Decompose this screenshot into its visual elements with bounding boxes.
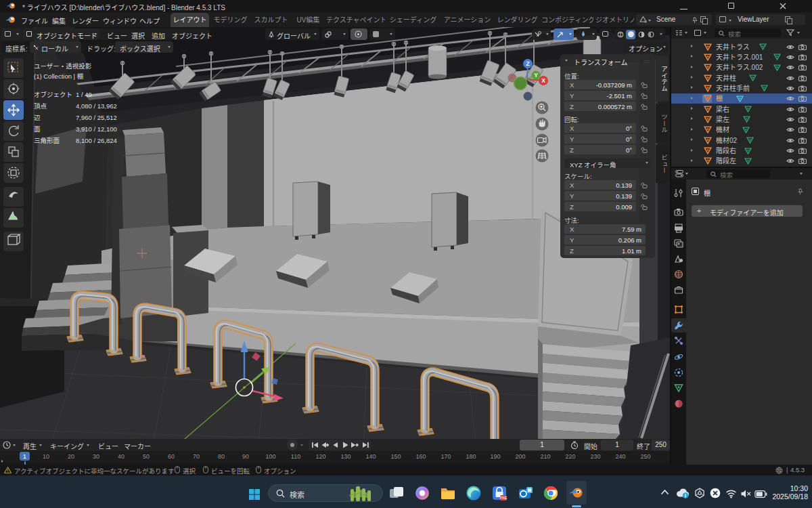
svg-text:X: X: [541, 77, 545, 84]
svg-text:Z: Z: [526, 60, 529, 67]
svg-text:PRE: PRE: [500, 496, 508, 500]
svg-text:Y: Y: [534, 72, 538, 79]
